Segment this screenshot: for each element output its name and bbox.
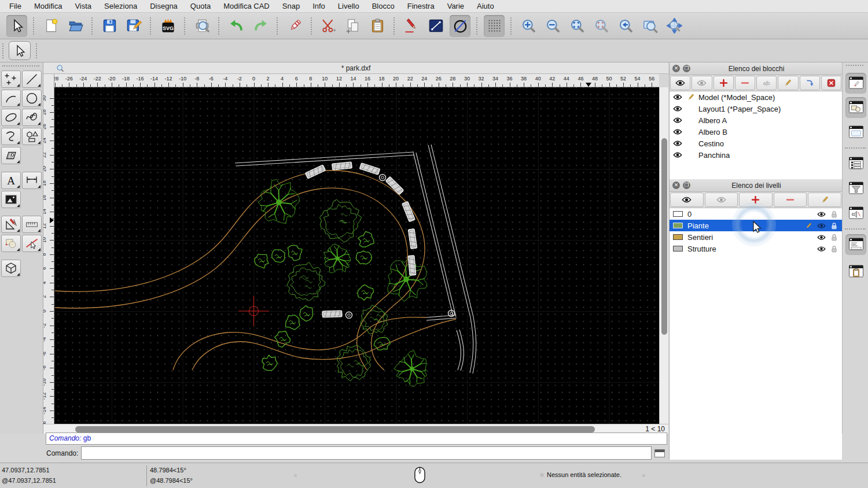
blocks-rename-button[interactable]: a|b <box>756 76 777 90</box>
eye-icon[interactable] <box>673 105 682 112</box>
ellipse-tool-button[interactable] <box>450 15 470 37</box>
polygon-tool[interactable] <box>22 128 42 145</box>
document-titlebar[interactable]: * park.dxf <box>43 62 668 74</box>
menu-aiuto[interactable]: Aiuto <box>470 2 501 10</box>
new-file-button[interactable] <box>41 15 61 37</box>
spline-tool[interactable] <box>22 109 42 126</box>
layer-row-strutture[interactable]: Strutture <box>670 243 842 254</box>
drafting-tool[interactable] <box>1 216 21 233</box>
menu-vista[interactable]: Vista <box>68 2 98 10</box>
paste-button[interactable] <box>367 15 388 37</box>
circle-tool[interactable] <box>22 90 42 107</box>
command-window-button[interactable] <box>654 449 665 457</box>
blocks-add-button[interactable] <box>713 76 734 90</box>
drawing-canvas[interactable] <box>54 87 659 424</box>
hatch-tool[interactable] <box>1 147 21 164</box>
clipboard-widget-button[interactable] <box>845 261 866 282</box>
blocks-eye-off-button[interactable] <box>692 76 712 90</box>
layers-edit-button[interactable] <box>808 193 841 207</box>
vertical-scrollbar-thumb[interactable] <box>661 138 667 335</box>
copy-button[interactable] <box>343 15 363 37</box>
draw-pencil-button[interactable] <box>401 15 422 37</box>
undo-button[interactable] <box>226 15 247 37</box>
blank-widget-button[interactable] <box>845 122 866 143</box>
eye-icon[interactable] <box>817 234 826 241</box>
lock-icon[interactable] <box>830 245 838 253</box>
pen-widget-button[interactable] <box>845 73 866 94</box>
block-row-layout1[interactable]: Layout1 (*Paper_Space) <box>670 103 842 114</box>
eye-icon[interactable] <box>673 128 682 135</box>
menu-info[interactable]: Info <box>306 2 332 10</box>
zoom-previous-button[interactable] <box>615 15 636 37</box>
menu-quota[interactable]: Quota <box>184 2 217 10</box>
horizontal-scrollbar-thumb[interactable] <box>75 426 595 432</box>
block-row-albero[interactable]: Albero A <box>670 114 842 126</box>
save-as-button[interactable] <box>123 15 144 37</box>
layers-eye-off-button[interactable] <box>705 193 738 207</box>
layer-row-sentieri[interactable]: Sentieri <box>670 231 842 243</box>
lock-icon[interactable] <box>830 234 838 241</box>
line-tool[interactable] <box>22 71 42 88</box>
svg-export-button[interactable]: SVG <box>157 15 178 37</box>
box3d-tool[interactable] <box>1 260 21 277</box>
zoom-auto-button[interactable] <box>567 15 587 37</box>
modify-tool[interactable] <box>1 235 21 252</box>
close-icon[interactable]: ✕ <box>672 182 680 189</box>
print-preview-button[interactable] <box>192 15 212 37</box>
blocks-eye-on-button[interactable] <box>670 76 690 90</box>
ellipse-tool[interactable] <box>1 109 21 126</box>
list-widget-button[interactable] <box>845 153 866 174</box>
command-widget-button[interactable] <box>845 234 866 255</box>
command-input[interactable] <box>81 446 652 460</box>
eye-icon[interactable] <box>817 222 826 230</box>
layers-remove-button[interactable] <box>774 193 807 207</box>
eraser-button[interactable] <box>284 15 305 37</box>
library-widget-button[interactable] <box>845 203 866 224</box>
menu-blocco[interactable]: Blocco <box>366 2 401 10</box>
menu-finestra[interactable]: Finestra <box>401 2 441 10</box>
block-row-model[interactable]: Model (*Model_Space) <box>670 91 842 103</box>
blocks-remove-button[interactable] <box>735 76 755 90</box>
eye-icon[interactable] <box>673 140 682 147</box>
menu-modifica-cad[interactable]: Modifica CAD <box>217 2 275 10</box>
eye-icon[interactable] <box>673 94 682 101</box>
open-file-button[interactable] <box>65 15 86 37</box>
menu-file[interactable]: File <box>3 2 28 10</box>
layers-eye-on-button[interactable] <box>670 193 704 207</box>
points-tool[interactable] <box>1 71 21 88</box>
zoom-out-button[interactable] <box>542 15 563 37</box>
menu-modifica[interactable]: Modifica <box>28 2 68 10</box>
menu-snap[interactable]: Snap <box>276 2 306 10</box>
layers-add-button[interactable] <box>739 193 773 207</box>
block-row-cestino[interactable]: Cestino <box>670 138 842 149</box>
zoom-select-button[interactable] <box>591 15 612 37</box>
zoom-in-button[interactable] <box>518 15 539 37</box>
text-tool[interactable]: A <box>1 172 21 189</box>
cut-button[interactable] <box>318 15 339 37</box>
menu-seleziona[interactable]: Seleziona <box>98 2 144 10</box>
undock-icon[interactable]: ❐ <box>683 182 690 189</box>
grid-toggle-button[interactable] <box>484 15 505 37</box>
ruler-tool-tool[interactable] <box>22 216 42 233</box>
block-row-albero[interactable]: Albero B <box>670 126 842 138</box>
image-tool[interactable] <box>1 191 21 208</box>
pointer-tool-button[interactable] <box>9 41 31 60</box>
menu-livello[interactable]: Livello <box>332 2 366 10</box>
block-row-panchina[interactable]: Panchina <box>670 149 842 161</box>
save-file-button[interactable] <box>99 15 120 37</box>
eye-icon[interactable] <box>817 245 826 253</box>
vertical-scrollbar[interactable] <box>659 87 668 424</box>
eye-icon[interactable] <box>673 117 682 124</box>
dimension-tool[interactable] <box>22 172 42 189</box>
lock-icon[interactable] <box>830 222 838 230</box>
lock-icon[interactable] <box>830 210 838 218</box>
zoom-pan-button[interactable] <box>664 15 685 37</box>
line-tool-button[interactable] <box>425 15 446 37</box>
menu-varie[interactable]: Varie <box>441 2 470 10</box>
pointer-button[interactable] <box>6 15 27 37</box>
redo-button[interactable] <box>250 15 271 37</box>
zoom-window-button[interactable] <box>639 15 660 37</box>
trim-tool[interactable] <box>22 235 42 252</box>
polyline-tool[interactable] <box>1 128 21 145</box>
menu-disegna[interactable]: Disegna <box>144 2 184 10</box>
